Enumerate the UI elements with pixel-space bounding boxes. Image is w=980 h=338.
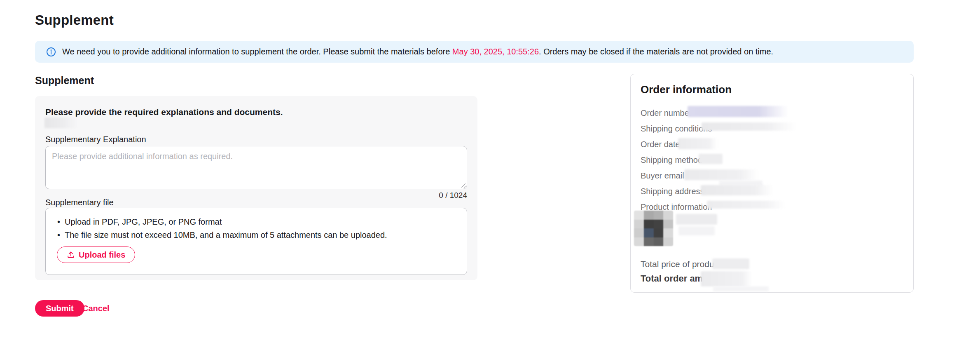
order-information-panel: Order information Order number Shipping …: [630, 74, 914, 293]
page-title: Supplement: [35, 12, 114, 28]
redacted-value: [713, 286, 769, 291]
product-thumbnail-redacted: [634, 211, 673, 246]
shipping-address-label: Shipping address: [641, 187, 704, 196]
supplementary-explanation-label: Supplementary Explanation: [45, 135, 146, 144]
banner-text-before: We need you to provide additional inform…: [62, 47, 452, 56]
info-icon: [46, 47, 56, 57]
supplementary-explanation-field: [45, 146, 467, 189]
supplementary-file-label: Supplementary file: [45, 198, 114, 207]
redacted-value: [699, 154, 723, 164]
redacted-value: [678, 138, 717, 149]
form-heading: Please provide the required explanations…: [45, 107, 283, 117]
order-number-label: Order number: [641, 108, 692, 118]
section-title: Supplement: [35, 75, 94, 87]
redacted-value: [688, 106, 788, 117]
cancel-button[interactable]: Cancel: [82, 304, 110, 313]
order-information-title: Order information: [641, 83, 732, 96]
upload-files-label: Upload files: [79, 250, 125, 260]
redacted-value: [684, 169, 758, 180]
file-rule: The file size must not exceed 10MB, and …: [57, 230, 467, 240]
redacted-value: [701, 271, 752, 286]
redacted-value: [678, 226, 715, 235]
info-banner: We need you to provide additional inform…: [35, 41, 914, 63]
supplement-form-card: Please provide the required explanations…: [35, 96, 477, 280]
banner-deadline: May 30, 2025, 10:55:26: [452, 47, 539, 56]
supplement-page: Supplement We need you to provide additi…: [0, 0, 980, 338]
buyer-email-label: Buyer email: [641, 171, 684, 181]
upload-files-button[interactable]: Upload files: [57, 246, 135, 263]
file-upload-box: Upload in PDF, JPG, JPEG, or PNG format …: [45, 208, 467, 275]
supplementary-explanation-input[interactable]: [45, 146, 467, 189]
submit-button[interactable]: Submit: [35, 300, 84, 317]
file-rules-list: Upload in PDF, JPG, JPEG, or PNG format …: [57, 217, 467, 240]
redacted-value: [712, 258, 749, 269]
shipping-method-label: Shipping method: [641, 155, 702, 165]
redacted-value: [702, 122, 796, 131]
banner-text-after: . Orders may be closed if the materials …: [539, 47, 773, 56]
redacted-value: [707, 201, 785, 209]
char-counter: 0 / 1024: [439, 191, 467, 200]
file-rule: Upload in PDF, JPG, JPEG, or PNG format: [57, 217, 467, 227]
upload-icon: [67, 251, 75, 259]
banner-message: We need you to provide additional inform…: [62, 47, 773, 56]
redacted-value: [701, 185, 773, 195]
redacted-value: [44, 117, 77, 128]
order-date-label: Order date: [641, 140, 680, 149]
redacted-value: [676, 214, 717, 225]
